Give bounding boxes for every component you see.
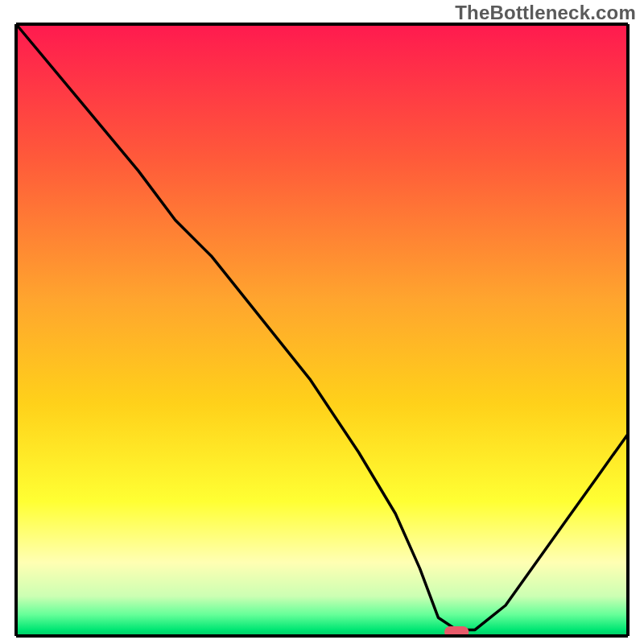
bottleneck-chart: [0, 0, 644, 644]
chart-background-gradient: [16, 24, 628, 636]
